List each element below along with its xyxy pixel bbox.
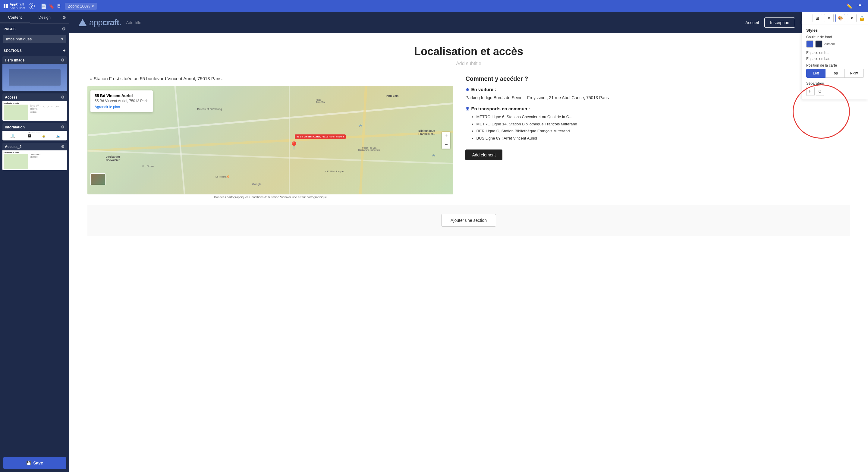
pos-right-button[interactable]: Right <box>845 69 864 78</box>
add-element-button[interactable]: Add element <box>465 150 502 160</box>
edit-icon[interactable]: ✏️ <box>845 2 854 10</box>
bookmark-icon[interactable]: 🔖 <box>49 3 55 9</box>
panel-grid-view-button[interactable]: ⊞ <box>812 14 822 22</box>
preview-icon[interactable]: 👁 <box>856 2 864 10</box>
sidebar-tabs: Content Design ⚙ <box>0 12 69 24</box>
panel-chevron-view-button[interactable]: ▾ <box>824 14 834 22</box>
car-title-text: En voiture : <box>471 87 496 92</box>
access2-preview: Localisation et accès Comment y accéder … <box>2 150 67 170</box>
panel-dropdown-button[interactable]: ▾ <box>847 14 857 22</box>
canvas-area: appcraft. Add title Accueil Inscription … <box>69 12 868 472</box>
content-row: La Station F est située au 55 boulevard … <box>87 75 850 199</box>
map-zoom-in[interactable]: + <box>442 132 450 140</box>
monitor-icon[interactable]: 🖥 <box>56 3 61 9</box>
car-plus-icon[interactable]: ⊞ <box>465 87 469 92</box>
panel-content: Styles Couleur de fond custom Espace en … <box>802 24 868 99</box>
logo-grid-icon <box>4 4 8 8</box>
map-label-felicita: La Felicità🍕 <box>216 176 229 178</box>
tab-design[interactable]: Design <box>30 12 60 23</box>
color-swatch-blue[interactable] <box>806 40 813 48</box>
top-bar-actions: ✏️ 👁 <box>845 2 864 10</box>
separateur-options: F G <box>806 87 864 96</box>
info-preview: Informations pratiques 👕 Dresscode Le dr… <box>2 131 67 140</box>
access-preview: Localisation et accès Comment y accéder … <box>2 101 67 121</box>
access2-preview-map <box>4 154 28 169</box>
hero-preview <box>2 64 67 91</box>
sidebar-settings-icon[interactable]: ⚙ <box>59 12 69 23</box>
access2-gear-icon[interactable]: ⚙ <box>61 145 64 149</box>
espace-haut-label: Espace en h... <box>806 51 864 55</box>
map-label-bureau: Bureau et coworking <box>197 107 222 111</box>
access-preview-title: Localisation et accès <box>4 102 66 104</box>
pages-dropdown[interactable]: Infos pratiques ▾ <box>3 35 66 43</box>
map-description: La Station F est située au 55 boulevard … <box>87 75 453 82</box>
document-icon[interactable]: 📄 <box>41 3 47 9</box>
add-section-button[interactable]: Ajouter une section <box>441 214 496 227</box>
panel-color-button[interactable]: 🎨 <box>835 14 845 22</box>
transport-item-1: METRO Ligne 14, Station Bibliothèque Fra… <box>476 121 850 127</box>
pos-top-button[interactable]: Top <box>826 69 844 78</box>
sep-g-button[interactable]: G <box>816 87 824 96</box>
map-popup-link[interactable]: Agrandir le plan <box>95 105 149 109</box>
transport-item-0: METRO Ligne 6, Stations Chevaleret ou Qu… <box>476 114 850 120</box>
map-zoom-out[interactable]: − <box>442 140 450 149</box>
tab-content[interactable]: Content <box>0 12 30 23</box>
zoom-button[interactable]: Zoom: 100% ▾ <box>65 3 97 10</box>
page-content: Localisation et accès Add subtitle La St… <box>69 33 868 472</box>
pages-section-header: PAGES ⚙ <box>0 24 69 33</box>
nav-accueil[interactable]: Accueil <box>740 18 764 27</box>
pos-left-button[interactable]: Left <box>806 69 826 78</box>
sections-plus-icon[interactable]: + <box>63 48 66 53</box>
info-header: Information ⚙ <box>2 123 67 131</box>
color-swatch-dark[interactable] <box>815 40 823 48</box>
main-layout: Content Design ⚙ PAGES ⚙ Infos pratiques… <box>0 12 868 472</box>
styles-label: Styles <box>806 28 864 33</box>
position-buttons: Left Top Right <box>806 69 864 78</box>
hero-gear-icon[interactable]: ⚙ <box>61 58 64 62</box>
transport-plus-icon[interactable]: ⊞ <box>465 106 469 112</box>
color-row: custom <box>806 40 864 48</box>
map-label-under-sea: Under The SeaRestaurant - Ephemera <box>358 147 380 151</box>
map-popup-title: 55 Bd Vincent Auriol <box>95 93 149 98</box>
map-satellite-thumbnail[interactable] <box>90 173 105 185</box>
access-preview-text: Comment y accéder ? <box>30 104 66 106</box>
map-label-mk2: mk2 Bibliothèque <box>325 170 344 173</box>
hero-preview-image <box>2 64 67 91</box>
access-gear-icon[interactable]: ⚙ <box>61 95 64 99</box>
lock-icon: 🔒 <box>859 15 865 21</box>
transport-title-text: En transports en commun : <box>471 106 530 111</box>
add-section-area: Ajouter une section <box>87 205 850 236</box>
transport-title: ⊞ En transports en commun : <box>465 106 850 112</box>
map-bus-icon-2: 🚌 <box>359 124 362 127</box>
info-gear-icon[interactable]: ⚙ <box>61 125 64 129</box>
sep-f-button[interactable]: F <box>806 87 815 96</box>
info-title: Comment y accéder ? <box>465 75 850 82</box>
map-popup-address: 55 Bd Vincent Auriol, 75013 Paris <box>95 99 149 103</box>
car-section: ⊞ En voiture : Parking Indigo Bords de S… <box>465 87 850 101</box>
transport-list: METRO Ligne 6, Stations Chevaleret ou Qu… <box>465 114 850 141</box>
map-label-vertical-art: Vertical'ArtChevaleret <box>106 155 120 162</box>
map-container[interactable]: Petit-Bain BibliothèqueFrançois-M... Ver… <box>87 86 453 194</box>
page-subtitle[interactable]: Add subtitle <box>87 61 850 66</box>
sidebar-item-access2[interactable]: Access_2 ⚙ Localisation et accès Comment… <box>2 143 67 170</box>
separateur-label: Séparateur <box>806 82 864 86</box>
access2-header: Access_2 ⚙ <box>2 143 67 150</box>
pages-gear-icon[interactable]: ⚙ <box>62 27 66 31</box>
sidebar-item-information[interactable]: Information ⚙ Informations pratiques 👕 D… <box>2 123 67 140</box>
save-label: Save <box>33 461 43 465</box>
map-label-jean-vilar: PlaceJean-Vilar <box>316 99 325 103</box>
map-pin[interactable]: 📍 55 Bd Vincent Auriol, 75013 Paris, Fra… <box>289 141 299 151</box>
sidebar-item-access[interactable]: Access ⚙ Localisation et accès Comment y… <box>2 93 67 121</box>
access-preview-map <box>4 104 28 120</box>
access2-preview-title: Localisation et accès <box>4 152 66 153</box>
top-bar: AppCraft Site Builder ? 📄 🔖 🖥 Zoom: 100%… <box>0 0 868 12</box>
add-title-placeholder[interactable]: Add title <box>126 20 141 25</box>
chevron-down-icon: ▾ <box>92 4 94 8</box>
save-button[interactable]: 💾 Save <box>3 457 66 469</box>
nav-inscription[interactable]: Inscription <box>764 18 795 28</box>
sidebar-item-hero[interactable]: Hero Image ⚙ <box>2 56 67 91</box>
pages-current: Infos pratiques <box>6 37 32 41</box>
help-button[interactable]: ? <box>29 3 35 9</box>
transport-section: ⊞ En transports en commun : METRO Ligne … <box>465 106 850 141</box>
hero-label: Hero Image <box>5 58 24 62</box>
